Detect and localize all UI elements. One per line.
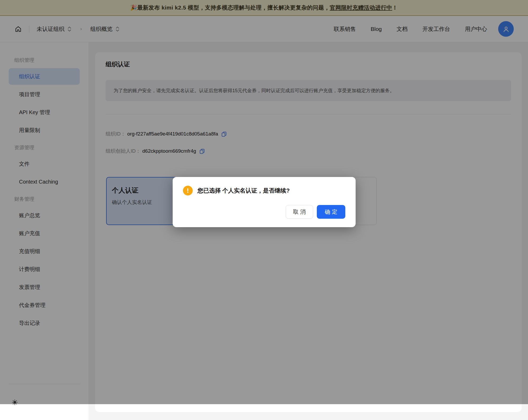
confirm-dialog-actions: 取 消 确 定	[286, 205, 345, 219]
cancel-button[interactable]: 取 消	[286, 205, 313, 219]
warning-icon: !	[183, 186, 193, 195]
confirm-button[interactable]: 确 定	[317, 205, 345, 219]
confirm-dialog: ! 您已选择 个人实名认证，是否继续? 取 消 确 定	[173, 177, 356, 227]
confirm-dialog-title: 您已选择 个人实名认证，是否继续?	[197, 187, 290, 195]
confirm-dialog-header: ! 您已选择 个人实名认证，是否继续?	[183, 186, 290, 195]
